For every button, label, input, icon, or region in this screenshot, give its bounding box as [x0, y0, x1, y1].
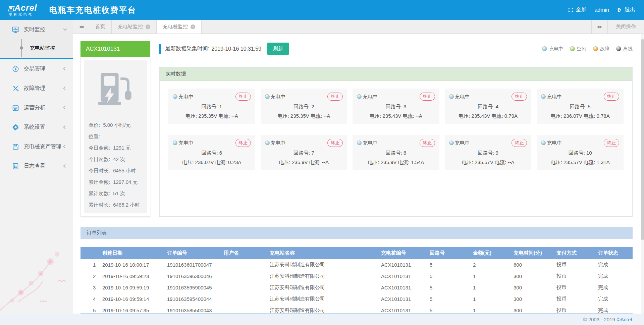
table-row[interactable]: 22019-10-16 09:59:231910163596300046江苏安科… — [80, 270, 633, 282]
vertical-scrollbar[interactable] — [641, 34, 644, 314]
tab-label: 首页 — [95, 23, 105, 30]
table-cell: 2 — [80, 270, 102, 282]
logout-label: 退出 — [625, 6, 635, 13]
legend-item: 充电中 — [542, 46, 563, 52]
sidebar-item-2[interactable]: 故障管理 — [0, 78, 73, 98]
table-cell: 1910163601700047 — [167, 259, 224, 270]
table-cell: ACX1010131 — [381, 282, 430, 293]
terminate-button[interactable]: 终止 — [604, 93, 619, 101]
sidebar-item-label: 运营分析 — [24, 104, 45, 111]
status-label: 充电中 — [363, 140, 378, 146]
sidebar-subitem-0-0[interactable]: 充电站监控 — [0, 39, 73, 57]
sidebar-item-3[interactable]: 运营分析 — [0, 98, 73, 117]
orders-column-header: 金额(元) — [473, 247, 514, 259]
circuit-card: 充电中终止回路号: 7电压: 235.9V 电流: --A — [261, 135, 347, 170]
scrollbar-thumb[interactable] — [641, 39, 644, 240]
sidebar-item-label: 系统设置 — [24, 124, 45, 131]
sidebar-item-6[interactable]: 日志查看 — [0, 156, 73, 176]
terminate-button[interactable]: 终止 — [235, 139, 251, 147]
terminate-button[interactable]: 终止 — [512, 139, 527, 147]
tree-marker-icon — [21, 39, 22, 57]
table-cell: 600 — [514, 259, 556, 270]
orders-column-header: 订单编号 — [167, 247, 224, 259]
table-cell: 完成 — [598, 293, 633, 305]
app-root: Acrel 安科瑞电气 电瓶车充电桩收费平台 全屏 admin 退出 — [0, 0, 644, 325]
terminate-button[interactable]: 终止 — [420, 139, 435, 147]
orders-column-header: 充电桩编号 — [381, 247, 430, 259]
sidebar-item-5[interactable]: 充电桩资产管理 — [0, 137, 73, 156]
tabs-scroll-left-button[interactable]: ◀◀ — [73, 20, 89, 34]
fullscreen-button[interactable]: 全屏 — [568, 6, 586, 13]
legend-label: 空闲 — [577, 46, 586, 52]
sidebar-item-1[interactable]: 交易管理 — [0, 59, 73, 78]
table-row[interactable]: 42019-10-16 09:59:141910163595400044江苏安科… — [80, 293, 633, 305]
refresh-button[interactable]: 刷新 — [267, 43, 289, 55]
tab-close-icon[interactable]: × — [191, 24, 195, 29]
terminate-button[interactable]: 终止 — [327, 93, 343, 101]
table-row[interactable]: 52019-10-16 09:57:351910163585500043江苏安科… — [80, 305, 633, 313]
user-menu[interactable]: admin — [594, 7, 609, 13]
acrel-logo[interactable]: Acrel 安科瑞电气 — [9, 4, 37, 16]
table-cell — [224, 305, 270, 313]
status-label: 充电中 — [455, 94, 470, 100]
status-dot-icon — [357, 94, 362, 99]
table-cell: ACX1010131 — [381, 270, 430, 282]
table-cell: 完成 — [598, 305, 633, 313]
legend-dot-icon — [570, 46, 575, 51]
tabs: 首页充电站监控×充电桩监控× — [89, 20, 202, 34]
tab-2[interactable]: 充电桩监控× — [157, 20, 202, 34]
orders-panel-title: 订单列表 — [80, 227, 633, 239]
stat-label: 累计时长: — [89, 202, 110, 208]
orders-table: 创建日期订单编号用户名充电站名称充电桩编号回路号金额(元)充电时间(分)支付方式… — [80, 247, 633, 313]
terminate-button[interactable]: 终止 — [327, 139, 343, 147]
table-cell: 5 — [80, 305, 102, 313]
sidebar-group: 运营分析 — [0, 98, 73, 117]
table-cell — [224, 259, 270, 270]
table-cell: 1910163595400044 — [167, 293, 224, 305]
circuit-measurements-line: 电压: 235.35V 电流: --A — [173, 113, 251, 119]
circuit-number-line: 回路号: 5 — [541, 104, 619, 110]
acrel-logo-icon — [9, 6, 13, 12]
circuit-measurements-line: 电压: 235.43V 电流: 0.79A — [449, 113, 527, 119]
table-cell: 江苏安科瑞制造有限公司 — [270, 305, 381, 313]
table-cell: 5 — [430, 270, 473, 282]
status-dot-icon — [541, 94, 546, 99]
circuit-measurements-line: 电压: 235.35V 电流: --A — [265, 113, 343, 119]
realtime-panel-title: 实时数据 — [160, 67, 632, 81]
stat-label: 单价: — [89, 122, 100, 128]
sidebar-item-label: 充电桩资产管理 — [24, 143, 61, 150]
circuit-number-line: 回路号: 1 — [173, 104, 251, 110]
monitor-icon — [11, 26, 19, 33]
terminate-button[interactable]: 终止 — [604, 139, 619, 147]
table-cell: 1910163595900045 — [167, 282, 224, 293]
terminate-button[interactable]: 终止 — [235, 93, 251, 101]
table-cell: 完成 — [598, 282, 633, 293]
circuit-measurements-line: 电压: 235.9V 电流: 1.54A — [357, 159, 435, 166]
terminate-button[interactable]: 终止 — [512, 93, 527, 101]
tab-0[interactable]: 首页 — [89, 20, 112, 34]
tab-label: 充电站监控 — [118, 23, 143, 30]
sidebar-item-0[interactable]: 实时监控 — [0, 20, 73, 39]
table-row[interactable]: 32019-10-16 09:59:191910163595900045江苏安科… — [80, 282, 633, 293]
logout-button[interactable]: 退出 — [617, 6, 635, 13]
tab-1[interactable]: 充电站监控× — [112, 20, 157, 34]
status-dot-icon — [541, 141, 546, 145]
calendar-icon — [11, 105, 19, 111]
terminate-button[interactable]: 终止 — [420, 93, 435, 101]
sidebar-group: 故障管理 — [0, 78, 73, 98]
header-actions: 全屏 admin 退出 — [568, 6, 635, 13]
status-dot-icon — [173, 94, 177, 99]
transaction-icon — [11, 66, 19, 72]
tab-close-icon[interactable]: × — [146, 24, 150, 29]
circuit-card: 充电中终止回路号: 2电压: 235.35V 电流: --A — [261, 89, 347, 124]
tabs-scroll-right-button[interactable]: ▶▶ — [591, 20, 607, 34]
top-header: Acrel 安科瑞电气 电瓶车充电桩收费平台 全屏 admin 退出 — [0, 0, 644, 20]
table-cell: ACX1010131 — [381, 259, 430, 270]
table-cell: 江苏安科瑞制造有限公司 — [270, 259, 381, 270]
circuit-card: 充电中终止回路号: 1电压: 235.35V 电流: --A — [168, 89, 255, 124]
footer-brand-link[interactable]: ©Acrel — [617, 317, 632, 322]
table-row[interactable]: 12019-10-16 10:00:171910163601700047江苏安科… — [80, 259, 633, 270]
sidebar-item-4[interactable]: 系统设置 — [0, 117, 73, 137]
stat-value: 1297.04 元 — [113, 179, 138, 185]
close-operations-button[interactable]: 关闭操作 — [607, 20, 644, 34]
